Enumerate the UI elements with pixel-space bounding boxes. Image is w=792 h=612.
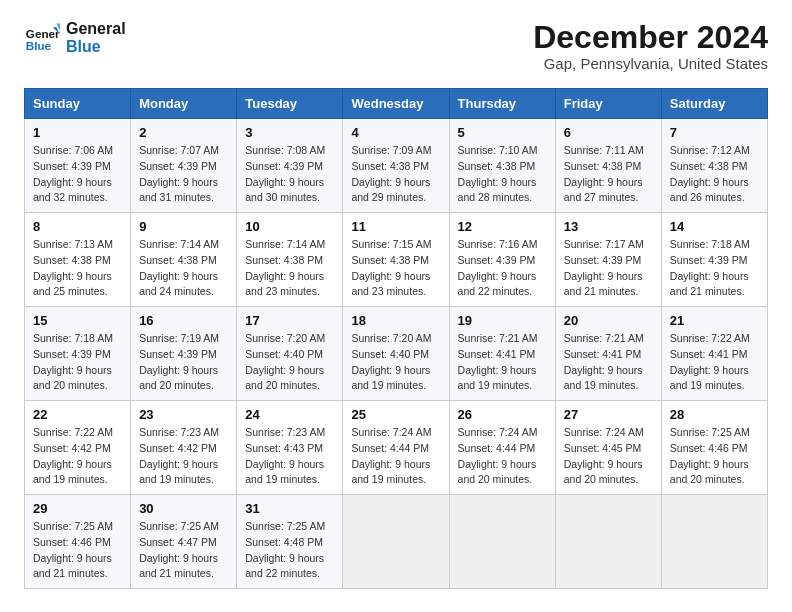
day-info: Sunrise: 7:21 AM Sunset: 4:41 PM Dayligh… — [458, 331, 547, 394]
day-cell: 8 Sunrise: 7:13 AM Sunset: 4:38 PM Dayli… — [25, 213, 131, 307]
day-info: Sunrise: 7:14 AM Sunset: 4:38 PM Dayligh… — [139, 237, 228, 300]
day-number: 26 — [458, 407, 547, 422]
day-number: 15 — [33, 313, 122, 328]
day-cell: 28 Sunrise: 7:25 AM Sunset: 4:46 PM Dayl… — [661, 401, 767, 495]
day-number: 24 — [245, 407, 334, 422]
logo-icon: General Blue — [24, 20, 60, 56]
week-row-2: 8 Sunrise: 7:13 AM Sunset: 4:38 PM Dayli… — [25, 213, 768, 307]
header-day-friday: Friday — [555, 89, 661, 119]
day-number: 29 — [33, 501, 122, 516]
day-info: Sunrise: 7:24 AM Sunset: 4:45 PM Dayligh… — [564, 425, 653, 488]
day-cell: 11 Sunrise: 7:15 AM Sunset: 4:38 PM Dayl… — [343, 213, 449, 307]
day-cell — [661, 495, 767, 589]
day-number: 12 — [458, 219, 547, 234]
day-cell: 20 Sunrise: 7:21 AM Sunset: 4:41 PM Dayl… — [555, 307, 661, 401]
day-info: Sunrise: 7:24 AM Sunset: 4:44 PM Dayligh… — [458, 425, 547, 488]
day-cell: 3 Sunrise: 7:08 AM Sunset: 4:39 PM Dayli… — [237, 119, 343, 213]
day-info: Sunrise: 7:06 AM Sunset: 4:39 PM Dayligh… — [33, 143, 122, 206]
location: Gap, Pennsylvania, United States — [533, 55, 768, 72]
day-info: Sunrise: 7:15 AM Sunset: 4:38 PM Dayligh… — [351, 237, 440, 300]
day-cell: 1 Sunrise: 7:06 AM Sunset: 4:39 PM Dayli… — [25, 119, 131, 213]
day-info: Sunrise: 7:17 AM Sunset: 4:39 PM Dayligh… — [564, 237, 653, 300]
week-row-3: 15 Sunrise: 7:18 AM Sunset: 4:39 PM Dayl… — [25, 307, 768, 401]
header: General Blue General Blue December 2024 … — [24, 20, 768, 72]
day-cell: 6 Sunrise: 7:11 AM Sunset: 4:38 PM Dayli… — [555, 119, 661, 213]
day-cell: 30 Sunrise: 7:25 AM Sunset: 4:47 PM Dayl… — [131, 495, 237, 589]
day-cell: 19 Sunrise: 7:21 AM Sunset: 4:41 PM Dayl… — [449, 307, 555, 401]
logo-line1: General — [66, 20, 126, 38]
day-info: Sunrise: 7:18 AM Sunset: 4:39 PM Dayligh… — [670, 237, 759, 300]
day-info: Sunrise: 7:24 AM Sunset: 4:44 PM Dayligh… — [351, 425, 440, 488]
day-cell: 26 Sunrise: 7:24 AM Sunset: 4:44 PM Dayl… — [449, 401, 555, 495]
day-cell: 13 Sunrise: 7:17 AM Sunset: 4:39 PM Dayl… — [555, 213, 661, 307]
day-number: 13 — [564, 219, 653, 234]
day-number: 16 — [139, 313, 228, 328]
title-area: December 2024 Gap, Pennsylvania, United … — [533, 20, 768, 72]
logo-line2: Blue — [66, 38, 126, 56]
day-cell — [555, 495, 661, 589]
day-info: Sunrise: 7:20 AM Sunset: 4:40 PM Dayligh… — [351, 331, 440, 394]
day-number: 4 — [351, 125, 440, 140]
day-cell — [449, 495, 555, 589]
day-info: Sunrise: 7:23 AM Sunset: 4:42 PM Dayligh… — [139, 425, 228, 488]
header-day-sunday: Sunday — [25, 89, 131, 119]
day-info: Sunrise: 7:25 AM Sunset: 4:47 PM Dayligh… — [139, 519, 228, 582]
logo: General Blue General Blue — [24, 20, 126, 56]
day-cell: 25 Sunrise: 7:24 AM Sunset: 4:44 PM Dayl… — [343, 401, 449, 495]
day-cell: 27 Sunrise: 7:24 AM Sunset: 4:45 PM Dayl… — [555, 401, 661, 495]
day-number: 31 — [245, 501, 334, 516]
day-cell: 16 Sunrise: 7:19 AM Sunset: 4:39 PM Dayl… — [131, 307, 237, 401]
header-day-monday: Monday — [131, 89, 237, 119]
day-cell: 9 Sunrise: 7:14 AM Sunset: 4:38 PM Dayli… — [131, 213, 237, 307]
day-cell: 15 Sunrise: 7:18 AM Sunset: 4:39 PM Dayl… — [25, 307, 131, 401]
day-info: Sunrise: 7:09 AM Sunset: 4:38 PM Dayligh… — [351, 143, 440, 206]
day-cell: 10 Sunrise: 7:14 AM Sunset: 4:38 PM Dayl… — [237, 213, 343, 307]
day-info: Sunrise: 7:23 AM Sunset: 4:43 PM Dayligh… — [245, 425, 334, 488]
header-day-tuesday: Tuesday — [237, 89, 343, 119]
day-number: 10 — [245, 219, 334, 234]
day-number: 18 — [351, 313, 440, 328]
day-number: 14 — [670, 219, 759, 234]
month-title: December 2024 — [533, 20, 768, 55]
day-number: 11 — [351, 219, 440, 234]
day-info: Sunrise: 7:14 AM Sunset: 4:38 PM Dayligh… — [245, 237, 334, 300]
day-number: 3 — [245, 125, 334, 140]
day-cell — [343, 495, 449, 589]
week-row-4: 22 Sunrise: 7:22 AM Sunset: 4:42 PM Dayl… — [25, 401, 768, 495]
day-cell: 5 Sunrise: 7:10 AM Sunset: 4:38 PM Dayli… — [449, 119, 555, 213]
day-number: 22 — [33, 407, 122, 422]
day-number: 20 — [564, 313, 653, 328]
day-cell: 23 Sunrise: 7:23 AM Sunset: 4:42 PM Dayl… — [131, 401, 237, 495]
week-row-1: 1 Sunrise: 7:06 AM Sunset: 4:39 PM Dayli… — [25, 119, 768, 213]
day-info: Sunrise: 7:16 AM Sunset: 4:39 PM Dayligh… — [458, 237, 547, 300]
header-day-saturday: Saturday — [661, 89, 767, 119]
week-row-5: 29 Sunrise: 7:25 AM Sunset: 4:46 PM Dayl… — [25, 495, 768, 589]
day-cell: 29 Sunrise: 7:25 AM Sunset: 4:46 PM Dayl… — [25, 495, 131, 589]
day-number: 21 — [670, 313, 759, 328]
day-number: 28 — [670, 407, 759, 422]
day-info: Sunrise: 7:25 AM Sunset: 4:48 PM Dayligh… — [245, 519, 334, 582]
calendar-table: SundayMondayTuesdayWednesdayThursdayFrid… — [24, 88, 768, 589]
day-info: Sunrise: 7:12 AM Sunset: 4:38 PM Dayligh… — [670, 143, 759, 206]
day-cell: 14 Sunrise: 7:18 AM Sunset: 4:39 PM Dayl… — [661, 213, 767, 307]
day-info: Sunrise: 7:21 AM Sunset: 4:41 PM Dayligh… — [564, 331, 653, 394]
day-number: 27 — [564, 407, 653, 422]
header-row: SundayMondayTuesdayWednesdayThursdayFrid… — [25, 89, 768, 119]
day-cell: 21 Sunrise: 7:22 AM Sunset: 4:41 PM Dayl… — [661, 307, 767, 401]
day-info: Sunrise: 7:10 AM Sunset: 4:38 PM Dayligh… — [458, 143, 547, 206]
day-info: Sunrise: 7:13 AM Sunset: 4:38 PM Dayligh… — [33, 237, 122, 300]
day-info: Sunrise: 7:22 AM Sunset: 4:42 PM Dayligh… — [33, 425, 122, 488]
day-info: Sunrise: 7:25 AM Sunset: 4:46 PM Dayligh… — [670, 425, 759, 488]
day-cell: 31 Sunrise: 7:25 AM Sunset: 4:48 PM Dayl… — [237, 495, 343, 589]
day-number: 23 — [139, 407, 228, 422]
day-number: 25 — [351, 407, 440, 422]
day-cell: 4 Sunrise: 7:09 AM Sunset: 4:38 PM Dayli… — [343, 119, 449, 213]
day-info: Sunrise: 7:25 AM Sunset: 4:46 PM Dayligh… — [33, 519, 122, 582]
day-number: 7 — [670, 125, 759, 140]
day-number: 5 — [458, 125, 547, 140]
svg-text:Blue: Blue — [26, 39, 52, 52]
day-info: Sunrise: 7:20 AM Sunset: 4:40 PM Dayligh… — [245, 331, 334, 394]
day-number: 30 — [139, 501, 228, 516]
day-info: Sunrise: 7:22 AM Sunset: 4:41 PM Dayligh… — [670, 331, 759, 394]
day-number: 8 — [33, 219, 122, 234]
